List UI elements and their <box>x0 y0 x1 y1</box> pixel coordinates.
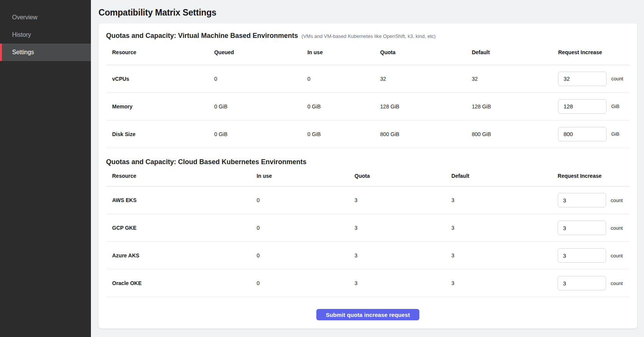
unit-label: count <box>611 76 623 82</box>
queued-value: 0 GiB <box>208 120 301 148</box>
cloud-quota-table: Resource In use Quota Default Request In… <box>106 166 630 298</box>
column-header-quota: Quota <box>349 166 445 187</box>
column-header-resource: Resource <box>106 166 250 187</box>
unit-label: GiB <box>611 103 619 109</box>
in-use-value: 0 <box>250 242 348 270</box>
column-header-resource: Resource <box>106 40 208 65</box>
sidebar-item-history[interactable]: History <box>0 26 91 44</box>
unit-label: count <box>611 197 623 203</box>
resource-name: Oracle OKE <box>106 270 250 297</box>
request-increase-cell: GiB <box>558 99 630 114</box>
cloud-row-aws-eks: AWS EKS 0 3 3 count <box>106 187 630 214</box>
app-window: Overview History Settings Compatibility … <box>0 0 644 337</box>
quota-value: 128 GiB <box>374 92 466 120</box>
default-value: 128 GiB <box>466 92 552 120</box>
column-header-request-increase: Request Increase <box>552 40 630 65</box>
sidebar-item-label: Overview <box>12 14 38 21</box>
resource-name: Azure AKS <box>106 242 250 270</box>
unit-label: count <box>611 253 623 259</box>
quota-value: 3 <box>349 214 445 242</box>
cloud-row-oracle-oke: Oracle OKE 0 3 3 count <box>106 270 630 297</box>
cloud-header-row: Resource In use Quota Default Request In… <box>106 166 630 187</box>
column-header-in-use: In use <box>301 40 374 65</box>
cloud-table-head: Resource In use Quota Default Request In… <box>106 166 630 187</box>
request-increase-cell: count <box>558 276 630 290</box>
page-title: Compatibility Matrix Settings <box>98 8 637 18</box>
sidebar-item-settings[interactable]: Settings <box>0 44 91 61</box>
request-increase-input[interactable] <box>558 127 606 141</box>
default-value: 32 <box>466 65 552 92</box>
request-increase-cell: count <box>558 221 630 235</box>
vm-table-head: Resource Queued In use Quota Default Req… <box>106 40 630 65</box>
column-header-queued: Queued <box>208 40 301 65</box>
in-use-value: 0 GiB <box>301 92 374 120</box>
in-use-value: 0 <box>250 187 348 214</box>
request-increase-cell: count <box>558 193 630 207</box>
quota-value: 3 <box>349 270 445 297</box>
request-increase-input[interactable] <box>558 99 606 114</box>
in-use-value: 0 GiB <box>301 120 374 148</box>
vm-section-subtitle: (VMs and VM-based Kubernetes like OpenSh… <box>302 33 436 39</box>
quota-value: 3 <box>349 242 445 270</box>
vm-header-row: Resource Queued In use Quota Default Req… <box>106 40 630 65</box>
request-increase-input[interactable] <box>558 193 606 207</box>
vm-row-memory: Memory 0 GiB 0 GiB 128 GiB 128 GiB GiB <box>106 92 630 120</box>
default-value: 3 <box>445 270 552 297</box>
settings-card: Quotas and Capacity: Virtual Machine Bas… <box>98 24 637 329</box>
quota-value: 32 <box>374 65 466 92</box>
unit-label: count <box>611 225 623 231</box>
card-footer: Submit quota increase request <box>106 297 630 329</box>
default-value: 3 <box>445 242 552 270</box>
submit-quota-request-button[interactable]: Submit quota increase request <box>316 309 419 320</box>
request-increase-cell: GiB <box>558 127 630 141</box>
vm-row-disk-size: Disk Size 0 GiB 0 GiB 800 GiB 800 GiB Gi… <box>106 120 630 148</box>
cloud-section-title: Quotas and Capacity: Cloud Based Kuberne… <box>106 158 306 166</box>
default-value: 800 GiB <box>466 120 552 148</box>
quota-value: 800 GiB <box>374 120 466 148</box>
vm-section-title: Quotas and Capacity: Virtual Machine Bas… <box>106 32 298 40</box>
request-increase-input[interactable] <box>558 248 606 263</box>
unit-label: count <box>611 281 623 286</box>
sidebar-item-label: Settings <box>12 49 34 56</box>
cloud-row-azure-aks: Azure AKS 0 3 3 count <box>106 242 630 270</box>
resource-name: Disk Size <box>106 120 208 148</box>
vm-section-header: Quotas and Capacity: Virtual Machine Bas… <box>106 32 630 40</box>
column-header-in-use: In use <box>250 166 348 187</box>
column-header-request-increase: Request Increase <box>552 166 630 187</box>
main-content: Compatibility Matrix Settings Quotas and… <box>91 0 644 337</box>
cloud-section-header: Quotas and Capacity: Cloud Based Kuberne… <box>106 158 630 166</box>
cloud-row-gcp-gke: GCP GKE 0 3 3 count <box>106 214 630 242</box>
in-use-value: 0 <box>250 270 348 297</box>
unit-label: GiB <box>611 131 619 137</box>
sidebar: Overview History Settings <box>0 0 91 337</box>
request-increase-cell: count <box>558 72 630 86</box>
resource-name: Memory <box>106 92 208 120</box>
vm-quota-table: Resource Queued In use Quota Default Req… <box>106 40 630 148</box>
request-increase-input[interactable] <box>558 221 606 235</box>
resource-name: vCPUs <box>106 65 208 92</box>
request-increase-input[interactable] <box>558 276 606 290</box>
column-header-quota: Quota <box>374 40 466 65</box>
in-use-value: 0 <box>250 214 348 242</box>
sidebar-item-label: History <box>12 31 31 38</box>
queued-value: 0 <box>208 65 301 92</box>
resource-name: AWS EKS <box>106 187 250 214</box>
queued-value: 0 GiB <box>208 92 301 120</box>
default-value: 3 <box>445 214 552 242</box>
in-use-value: 0 <box>301 65 374 92</box>
quota-value: 3 <box>349 187 445 214</box>
request-increase-cell: count <box>558 248 630 263</box>
column-header-default: Default <box>445 166 552 187</box>
resource-name: GCP GKE <box>106 214 250 242</box>
column-header-default: Default <box>466 40 552 65</box>
default-value: 3 <box>445 187 552 214</box>
vm-row-vcpus: vCPUs 0 0 32 32 count <box>106 65 630 92</box>
request-increase-input[interactable] <box>558 72 606 86</box>
sidebar-item-overview[interactable]: Overview <box>0 9 91 26</box>
